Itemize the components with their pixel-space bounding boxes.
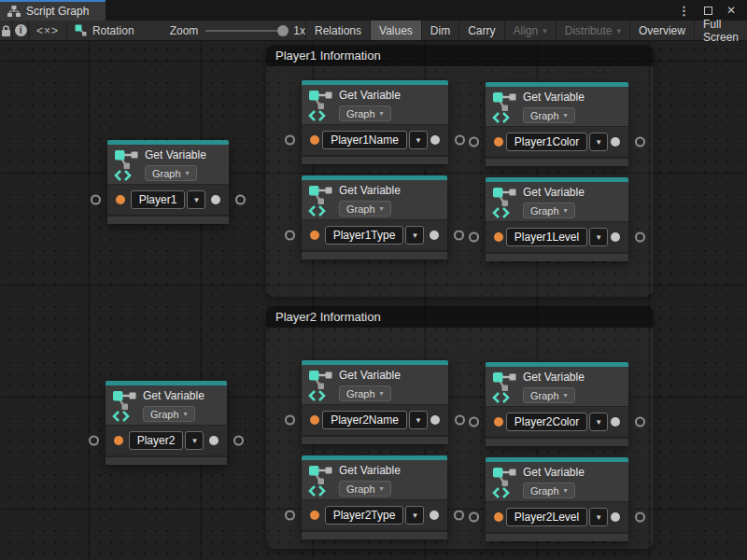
node-header[interactable]: Get Variable Graph ▾ bbox=[302, 85, 448, 124]
value-output-port[interactable] bbox=[430, 135, 440, 145]
get-variable-node-player2color[interactable]: Get Variable Graph ▾ Player2Color ▼ bbox=[486, 362, 628, 446]
node-header[interactable]: Get Variable Graph ▾ bbox=[486, 87, 628, 126]
tab-script-graph[interactable]: Script Graph bbox=[0, 0, 106, 21]
value-output-port[interactable] bbox=[430, 511, 439, 520]
node-header[interactable]: Get Variable Graph ▾ bbox=[302, 180, 447, 219]
left-connection-ring[interactable] bbox=[469, 232, 479, 243]
full-screen-button[interactable]: Full Screen bbox=[694, 21, 747, 40]
get-variable-node-player2name[interactable]: Get Variable Graph ▾ Player2Name ▼ bbox=[302, 360, 448, 444]
variable-scope-dropdown[interactable]: Graph ▾ bbox=[145, 165, 197, 181]
get-variable-node-player2type[interactable]: Get Variable Graph ▾ Player2Type ▼ bbox=[302, 455, 447, 539]
value-output-port[interactable] bbox=[611, 512, 620, 522]
name-input-port[interactable] bbox=[114, 436, 123, 445]
name-input-port[interactable] bbox=[494, 512, 503, 522]
relations-button[interactable]: Relations bbox=[305, 21, 370, 40]
maximize-icon[interactable] bbox=[704, 7, 712, 15]
window-menu-icon[interactable]: ⋮ bbox=[678, 5, 690, 17]
info-button[interactable]: i bbox=[13, 21, 29, 40]
select-arrow-icon[interactable]: ▼ bbox=[409, 411, 428, 429]
name-input-port[interactable] bbox=[494, 417, 503, 427]
variable-scope-dropdown[interactable]: Graph ▾ bbox=[339, 105, 391, 121]
variable-scope-dropdown[interactable]: Graph ▾ bbox=[339, 385, 391, 401]
left-connection-ring[interactable] bbox=[469, 417, 479, 427]
variable-name-dropdown[interactable]: Player1Level ▼ bbox=[506, 228, 608, 246]
align-button[interactable]: Align ▾ bbox=[504, 21, 556, 40]
left-connection-ring[interactable] bbox=[285, 135, 295, 146]
left-connection-ring[interactable] bbox=[469, 137, 479, 147]
variable-scope-dropdown[interactable]: Graph ▾ bbox=[339, 481, 391, 497]
zoom-slider[interactable] bbox=[205, 30, 286, 32]
name-input-port[interactable] bbox=[494, 137, 503, 147]
right-connection-ring[interactable] bbox=[454, 231, 464, 241]
variable-scope-dropdown[interactable]: Graph ▾ bbox=[339, 201, 391, 217]
group-header[interactable]: Player2 Information bbox=[266, 306, 654, 328]
graph-canvas[interactable]: Player1 Information Player2 Information … bbox=[0, 41, 747, 560]
get-variable-node-player1name[interactable]: Get Variable Graph ▾ Player1Name ▼ bbox=[302, 80, 448, 164]
left-connection-ring[interactable] bbox=[285, 231, 295, 241]
variable-name-dropdown[interactable]: Player1Name ▼ bbox=[322, 131, 428, 149]
select-arrow-icon[interactable]: ▼ bbox=[405, 506, 424, 525]
variable-name-dropdown[interactable]: Player2Level ▼ bbox=[506, 508, 608, 526]
right-connection-ring[interactable] bbox=[455, 415, 465, 426]
value-output-port[interactable] bbox=[430, 415, 440, 425]
value-output-port[interactable] bbox=[430, 231, 439, 240]
right-connection-ring[interactable] bbox=[235, 195, 246, 205]
variable-scope-dropdown[interactable]: Graph ▾ bbox=[523, 107, 575, 123]
group-header[interactable]: Player1 Information bbox=[266, 45, 654, 66]
right-connection-ring[interactable] bbox=[454, 511, 464, 521]
node-header[interactable]: Get Variable Graph ▾ bbox=[107, 145, 229, 184]
node-header[interactable]: Get Variable Graph ▾ bbox=[486, 182, 628, 221]
get-variable-node-player1type[interactable]: Get Variable Graph ▾ Player1Type ▼ bbox=[302, 175, 447, 259]
select-arrow-icon[interactable]: ▼ bbox=[589, 133, 608, 151]
name-input-port[interactable] bbox=[310, 511, 319, 520]
select-arrow-icon[interactable]: ▼ bbox=[185, 431, 204, 450]
right-connection-ring[interactable] bbox=[635, 417, 645, 427]
left-connection-ring[interactable] bbox=[469, 512, 479, 523]
variable-scope-dropdown[interactable]: Graph ▾ bbox=[523, 483, 575, 498]
zoom-slider-handle[interactable] bbox=[277, 25, 289, 36]
left-connection-ring[interactable] bbox=[285, 511, 295, 521]
node-header[interactable]: Get Variable Graph ▾ bbox=[106, 385, 227, 425]
get-variable-node-player2level[interactable]: Get Variable Graph ▾ Player2Level ▼ bbox=[486, 457, 628, 541]
right-connection-ring[interactable] bbox=[455, 135, 465, 146]
close-icon[interactable]: ✕ bbox=[726, 5, 736, 16]
variable-name-dropdown[interactable]: Player2Type ▼ bbox=[325, 506, 425, 525]
select-arrow-icon[interactable]: ▼ bbox=[187, 190, 205, 209]
name-input-port[interactable] bbox=[494, 232, 503, 242]
dim-button[interactable]: Dim bbox=[421, 21, 458, 40]
overview-button[interactable]: Overview bbox=[629, 21, 694, 40]
select-arrow-icon[interactable]: ▼ bbox=[589, 228, 608, 246]
name-input-port[interactable] bbox=[116, 195, 125, 204]
lock-button[interactable] bbox=[0, 21, 13, 40]
select-arrow-icon[interactable]: ▼ bbox=[589, 413, 608, 431]
value-output-port[interactable] bbox=[611, 137, 620, 147]
node-header[interactable]: Get Variable Graph ▾ bbox=[302, 460, 447, 499]
get-variable-node-player1level[interactable]: Get Variable Graph ▾ Player1Level ▼ bbox=[486, 177, 628, 261]
get-variable-node-player1[interactable]: Get Variable Graph ▾ Player1 ▼ bbox=[107, 140, 229, 224]
select-arrow-icon[interactable]: ▼ bbox=[589, 508, 608, 526]
name-input-port[interactable] bbox=[310, 415, 319, 425]
node-header[interactable]: Get Variable Graph ▾ bbox=[486, 367, 628, 406]
right-connection-ring[interactable] bbox=[635, 137, 645, 147]
right-connection-ring[interactable] bbox=[233, 436, 244, 446]
left-connection-ring[interactable] bbox=[89, 436, 99, 446]
left-connection-ring[interactable] bbox=[285, 415, 295, 426]
variable-name-dropdown[interactable]: Player2Color ▼ bbox=[506, 413, 608, 431]
variable-name-dropdown[interactable]: Player1 ▼ bbox=[131, 190, 206, 209]
value-output-port[interactable] bbox=[611, 232, 620, 242]
variable-name-dropdown[interactable]: Player2 ▼ bbox=[129, 431, 204, 450]
values-button[interactable]: Values bbox=[370, 21, 421, 40]
variable-scope-dropdown[interactable]: Graph ▾ bbox=[523, 387, 575, 403]
variable-name-dropdown[interactable]: Player2Name ▼ bbox=[322, 411, 428, 429]
value-output-port[interactable] bbox=[211, 195, 220, 204]
name-input-port[interactable] bbox=[310, 231, 319, 240]
right-connection-ring[interactable] bbox=[635, 512, 645, 523]
select-arrow-icon[interactable]: ▼ bbox=[405, 226, 424, 245]
value-output-port[interactable] bbox=[209, 436, 218, 445]
node-header[interactable]: Get Variable Graph ▾ bbox=[486, 462, 628, 501]
variable-scope-dropdown[interactable]: Graph ▾ bbox=[523, 203, 575, 218]
select-arrow-icon[interactable]: ▼ bbox=[409, 131, 428, 149]
get-variable-node-player1color[interactable]: Get Variable Graph ▾ Player1Color ▼ bbox=[486, 82, 628, 166]
variable-name-dropdown[interactable]: Player1Type ▼ bbox=[325, 226, 425, 245]
node-header[interactable]: Get Variable Graph ▾ bbox=[302, 365, 448, 404]
